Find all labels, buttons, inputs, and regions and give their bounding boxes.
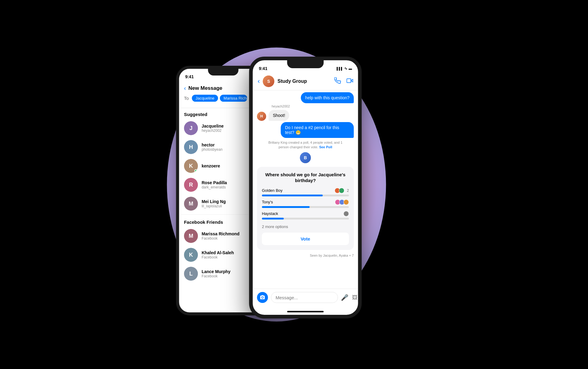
message-input[interactable] [271,292,338,303]
poll-creator-avatar: B [300,152,311,163]
poll-votes-3 [343,211,349,216]
poll-question: Where should we go for Jacqueline's birt… [262,172,349,184]
poll-creator-row: B [257,152,354,164]
poll-bar-fill-3 [262,218,284,220]
camera-button[interactable] [257,292,268,303]
poll-option-name-1: Golden Boy [262,188,282,193]
group-avatar: S [263,76,275,87]
to-label: To [184,96,190,101]
svg-point-2 [262,297,263,298]
recipient-chip-marissa[interactable]: Marissa Richm [220,95,247,102]
contact-handle-rose: dark_emeralds [201,185,227,189]
battery-icon-front: ▬ [348,67,352,70]
svg-rect-1 [347,79,351,83]
contact-handle-marissa: Facebook [201,236,239,241]
vote-count-1: 2 [347,188,349,193]
contact-name-mei: Mei Ling Ng [201,199,226,204]
contact-name-kenzoere: kenzoere [201,163,220,168]
phones-container: 9:41 ●●● ‹ New Message To Jacqueline Mar… [167,47,386,322]
contact-name-lance: Lance Murphy [201,269,230,274]
poll-option-name-2: Tony's [262,200,273,204]
chat-header: ‹ S Study Group [253,74,358,90]
vote-button[interactable]: Vote [262,233,349,245]
msg-bubble-help: help with this question? [301,92,354,103]
poll-bar-bg-1 [262,195,349,196]
input-action-icons: 🎤 🖼 [341,294,358,301]
group-name: Study Group [278,79,331,84]
poll-card: Where should we go for Jacqueline's birt… [257,167,354,250]
poll-option-name-3: Haystack [262,211,278,216]
contact-handle-mei: lil_lapislazuli [201,204,226,208]
avatar-hector: H [184,140,198,154]
contact-name-jacqueline: Jacqueline [201,124,223,128]
seen-text: Seen by Jacquelin, Ayaka + 7 [257,252,354,258]
contact-handle-khaled: Facebook [201,255,234,259]
see-poll-link[interactable]: See Poll [319,145,332,149]
mic-icon[interactable]: 🎤 [341,294,348,301]
msg-row-left-shoot: H Shoot! [257,110,354,121]
new-message-title: New Message [188,85,222,91]
wifi-icon-front: ∿ [344,66,347,71]
poll-option-golden-boy[interactable]: Golden Boy 2 [262,188,349,196]
avatar-khaled: K [184,248,198,262]
avatar-mei: M [184,197,198,211]
contact-name-hector: hector [201,142,222,147]
msg-avatar-heyach: H [257,112,266,121]
phone-front-notch [287,60,324,68]
poll-bar-bg-2 [262,206,349,208]
msg-bubble-shoot: Shoot! [268,110,289,121]
avatar-kenzoere: K [184,159,198,173]
msg-row-right-2: Do I need a #2 pencil for this test? 😁 [257,122,354,138]
contact-name-marissa: Marissa Richmond [201,231,239,236]
back-button-chat[interactable]: ‹ [257,77,260,85]
avatar-jacqueline: J [184,121,198,135]
svg-marker-0 [351,79,353,82]
phone-study-group: 9:41 ▌▌▌ ∿ ▬ ‹ S Study Group [249,57,362,318]
video-icon[interactable] [346,77,353,86]
avatar-lance: L [184,267,198,281]
chat-scroll: help with this question? heyach2002 H Sh… [253,90,358,289]
contact-name-rose: Rose Padilla [201,180,227,185]
contact-name-khaled: Khaled Al-Saleh [201,250,234,255]
recipient-chip-jacqueline[interactable]: Jacqueline [192,95,218,102]
header-actions [334,77,353,86]
avatar-marissa: M [184,229,198,243]
call-icon[interactable] [334,77,341,86]
home-indicator [287,311,324,312]
contact-handle-lance: Facebook [201,274,230,278]
poll-bar-bg-3 [262,218,349,220]
back-button-new-message[interactable]: ‹ [184,85,186,92]
poll-bar-fill-1 [262,195,323,196]
signal-icon-front: ▌▌▌ [337,67,343,70]
phone-back-notch [208,69,238,76]
time-front: 9:41 [259,66,267,71]
input-bar: 🎤 🖼 [253,289,358,309]
poll-votes-1: 2 [335,188,349,193]
online-indicator-kenzoere [194,169,197,172]
contact-handle-hector: photosbyean [201,147,222,152]
phone-front-inner: 9:41 ▌▌▌ ∿ ▬ ‹ S Study Group [253,60,358,315]
poll-bar-fill-2 [262,206,310,208]
poll-option-tonys[interactable]: Tony's [262,199,349,208]
contact-handle-jacqueline: heyach2002 [201,128,223,133]
more-options-text: 2 more options [262,223,349,231]
poll-notice: Brittany King created a poll, 4 people v… [257,139,354,151]
time-back: 9:41 [185,74,194,79]
poll-option-haystack[interactable]: Haystack [262,211,349,220]
avatar-rose: R [184,178,198,192]
msg-sender-heyach: heyach2002 [271,104,354,108]
msg-row-right-1: help with this question? [257,92,354,103]
msg-bubble-pencil: Do I need a #2 pencil for this test? 😁 [281,122,354,138]
image-attach-icon[interactable]: 🖼 [352,294,358,301]
status-icons-front: ▌▌▌ ∿ ▬ [337,66,352,71]
poll-votes-2 [335,199,349,205]
